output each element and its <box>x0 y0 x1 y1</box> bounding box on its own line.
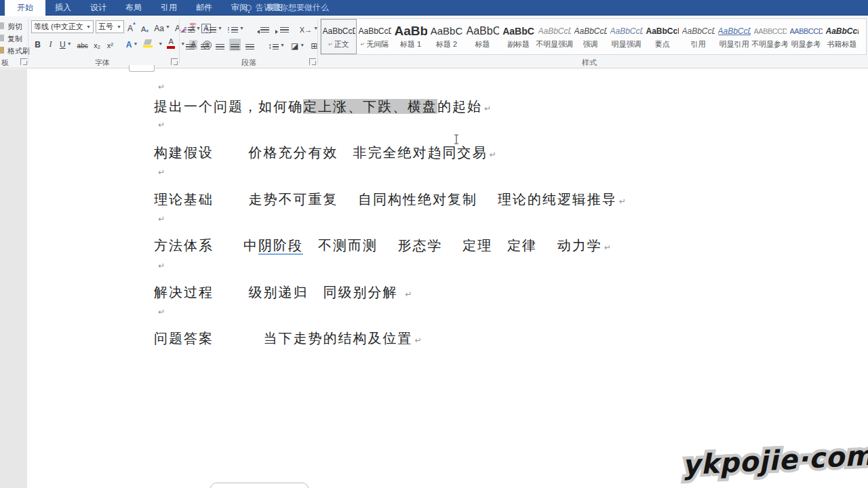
text-run: 理论基础 走势不可重复 自同构性绝对复制 理论的纯逻辑推导 <box>154 192 617 207</box>
ribbon-tab-bar: 开始插入设计布局引用邮件审阅视图 告诉我你想要做什么 <box>0 0 868 16</box>
group-separator <box>28 19 28 64</box>
empty-paragraph-mark: ↵ <box>158 307 165 317</box>
paragraph-mark: ↵ <box>415 336 422 345</box>
watermark: ykpojie·com <box>682 440 868 481</box>
asian-layout-button[interactable]: X→▼ <box>298 22 319 34</box>
document-canvas: ykpojie·com ↵提出一个问题，如何确定上涨、下跌、横盘的起始↵↵构建假… <box>0 69 868 488</box>
style-item[interactable]: AaBbCcD不明显强调 <box>536 19 572 54</box>
text-run: 问题答案 当下走势的结构及位置 <box>154 331 413 346</box>
text-run: 不测而测 形态学 定理 定律 动力学 <box>303 238 602 253</box>
superscript-button[interactable]: x² <box>105 37 115 49</box>
style-label: ↵正文 <box>328 39 349 49</box>
style-item[interactable]: AaBbC标题 2 <box>429 19 465 54</box>
line-spacing-button[interactable]: ↕▼ <box>267 39 286 51</box>
style-item[interactable]: AaBbCcDd↵无间隔 <box>357 19 393 54</box>
lightbulb-icon <box>245 5 252 11</box>
style-preview: AaBbCcD <box>682 24 715 38</box>
document-line[interactable]: 解决过程 级别递归 同级别分解 ↵ <box>154 284 412 302</box>
shape-fragment-top[interactable] <box>129 65 155 72</box>
style-item[interactable]: AaBbC标题 1 <box>393 19 429 54</box>
style-preview: AaBbC <box>431 24 463 38</box>
style-preview: AaBbCcD <box>826 24 859 38</box>
shape-fragment-bottom[interactable] <box>210 483 309 488</box>
style-preview: AABBCCDD <box>790 24 823 38</box>
cut-button[interactable]: 剪切 <box>6 20 24 32</box>
change-case-button[interactable]: Aa▼ <box>153 21 172 33</box>
document-line[interactable]: 方法体系 中阴阶段 不测而测 形态学 定理 定律 动力学↵ <box>154 237 611 256</box>
ribbon-tab[interactable]: 引用 <box>151 0 186 16</box>
document-page[interactable]: ykpojie·com ↵提出一个问题，如何确定上涨、下跌、横盘的起始↵↵构建假… <box>27 69 868 488</box>
style-item[interactable]: AaBbC标题 <box>465 19 500 54</box>
underline-button[interactable]: U▼ <box>58 37 73 49</box>
empty-paragraph-mark: ↵ <box>158 214 165 224</box>
increase-indent-button[interactable] <box>273 22 290 34</box>
paragraph-mark: ↵ <box>484 104 491 113</box>
style-item[interactable]: AaBbCcD明显强调 <box>608 19 644 54</box>
style-item[interactable]: AaBbCcD要点 <box>644 19 680 54</box>
text-run: 的起始 <box>437 99 482 114</box>
style-item[interactable]: AaBbCcD明显引用 <box>716 19 752 54</box>
style-label: 标题 1 <box>400 39 421 49</box>
shading-button[interactable]: ◪▼ <box>290 39 306 51</box>
document-line[interactable]: 理论基础 走势不可重复 自同构性绝对复制 理论的纯逻辑推导↵ <box>154 191 626 209</box>
grow-font-button[interactable]: A▲ <box>126 21 138 33</box>
align-left-button[interactable] <box>184 39 196 51</box>
style-item[interactable]: AaBbCcD强调 <box>572 19 608 54</box>
clipboard-dialog-launcher[interactable] <box>20 58 27 65</box>
subscript-button[interactable]: x₂ <box>92 37 102 49</box>
ribbon: 剪切 复制 格式刷 板 等线 (中文正文 ▼ 五号 ▼ A▲ A▼ Aa▼ <box>0 16 868 68</box>
paragraph-group-label: 段落 <box>241 58 256 68</box>
align-right-button[interactable] <box>214 39 226 51</box>
text-effects-button[interactable]: A▼ <box>125 37 140 49</box>
ribbon-tab[interactable]: 布局 <box>116 0 151 16</box>
style-label: 书籍标题 <box>827 39 857 49</box>
text-run: 方法体系 中 <box>154 238 258 253</box>
style-label: 不明显参考 <box>751 39 789 49</box>
ribbon-tab[interactable]: 邮件 <box>186 0 222 16</box>
copy-icon <box>0 35 4 41</box>
cut-icon <box>0 22 4 29</box>
style-item[interactable]: AaBbCcD书籍标题 <box>824 19 860 54</box>
style-label: 明显参考 <box>791 39 821 49</box>
font-name-combo[interactable]: 等线 (中文正文 ▼ <box>31 20 94 33</box>
document-line[interactable]: 问题答案 当下走势的结构及位置↵ <box>154 330 422 348</box>
style-label: 明显引用 <box>719 39 749 49</box>
ribbon-tab[interactable]: 插入 <box>45 0 81 16</box>
tell-me-label: 告诉我你想要做什么 <box>256 2 329 14</box>
style-item[interactable]: AABBCCDD不明显参考 <box>752 19 788 54</box>
italic-button[interactable]: I <box>45 37 56 49</box>
style-item[interactable]: AaBbCcDd↵正文 <box>321 19 357 54</box>
style-label: 强调 <box>583 39 598 49</box>
justify-button[interactable] <box>229 39 241 51</box>
paragraph-mark: ↵ <box>619 197 626 206</box>
paragraph-style-icon: ↵ <box>328 41 333 47</box>
align-center-button[interactable] <box>199 39 211 51</box>
ribbon-tab[interactable]: 开始 <box>5 0 45 16</box>
style-preview: AaBbC <box>502 24 535 38</box>
spellcheck-underlined-text: 阴阶段 <box>258 238 303 255</box>
paragraph-dialog-launcher[interactable] <box>309 58 316 65</box>
bullet-list-button[interactable]: ▼ <box>183 22 202 34</box>
tell-me-box[interactable]: 告诉我你想要做什么 <box>245 0 329 16</box>
style-item[interactable]: AaBbC副标题 <box>500 19 536 54</box>
document-line[interactable]: 构建假设 价格充分有效 非完全绝对趋同交易↵ <box>154 144 496 163</box>
text-highlight-button[interactable] <box>142 37 154 49</box>
style-item[interactable]: AaBbCcD引用 <box>680 19 716 54</box>
strikethrough-button[interactable]: abc <box>76 37 90 49</box>
distribute-button[interactable] <box>244 39 256 51</box>
selected-text: 定上涨、下跌、横盘 <box>303 99 437 114</box>
bold-button[interactable]: B <box>33 37 43 49</box>
document-line[interactable]: 提出一个问题，如何确定上涨、下跌、横盘的起始↵ <box>154 98 491 117</box>
style-item[interactable]: AABBCCDD明显参考 <box>788 19 824 54</box>
font-color-button[interactable]: A <box>165 37 176 49</box>
chevron-down-icon[interactable]: ▼ <box>158 41 163 46</box>
multilevel-list-button[interactable]: ▼ <box>226 22 245 34</box>
numbered-list-button[interactable]: ▼ <box>205 22 224 34</box>
copy-button[interactable]: 复制 <box>6 32 24 44</box>
decrease-indent-button[interactable] <box>254 22 271 34</box>
shrink-font-button[interactable]: A▼ <box>140 21 151 33</box>
font-dialog-launcher[interactable] <box>171 58 178 65</box>
font-group-label: 字体 <box>95 58 110 68</box>
ribbon-tab[interactable]: 设计 <box>81 0 116 16</box>
font-size-combo[interactable]: 五号 ▼ <box>96 20 124 33</box>
